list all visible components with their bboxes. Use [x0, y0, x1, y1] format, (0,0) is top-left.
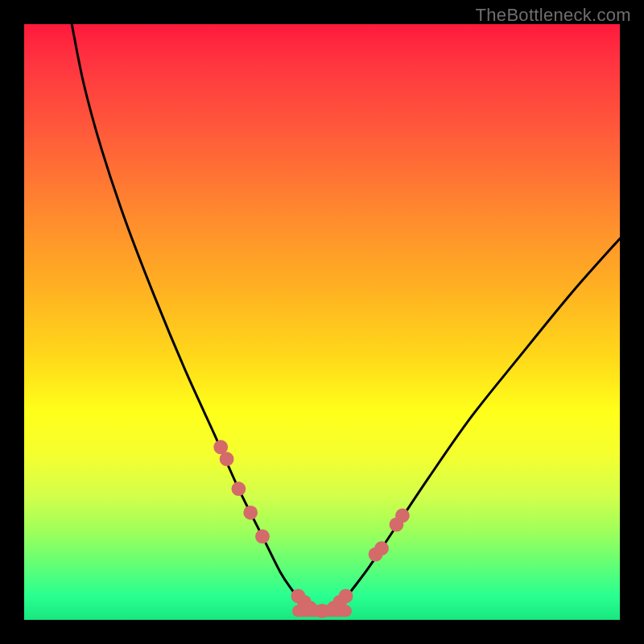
svg-point-14 — [374, 541, 389, 555]
curve-markers — [213, 440, 409, 618]
svg-point-12 — [339, 589, 353, 604]
plot-area — [24, 24, 620, 620]
svg-point-2 — [220, 452, 234, 466]
svg-point-5 — [255, 530, 270, 544]
curve-svg — [24, 24, 620, 620]
bottleneck-curve — [72, 24, 620, 612]
chart-frame: TheBottleneck.com — [0, 0, 644, 644]
watermark-text: TheBottleneck.com — [476, 5, 631, 26]
svg-point-3 — [232, 481, 246, 496]
svg-point-8 — [303, 601, 317, 615]
svg-point-16 — [395, 509, 410, 523]
svg-point-4 — [243, 506, 258, 520]
svg-point-9 — [315, 604, 329, 618]
